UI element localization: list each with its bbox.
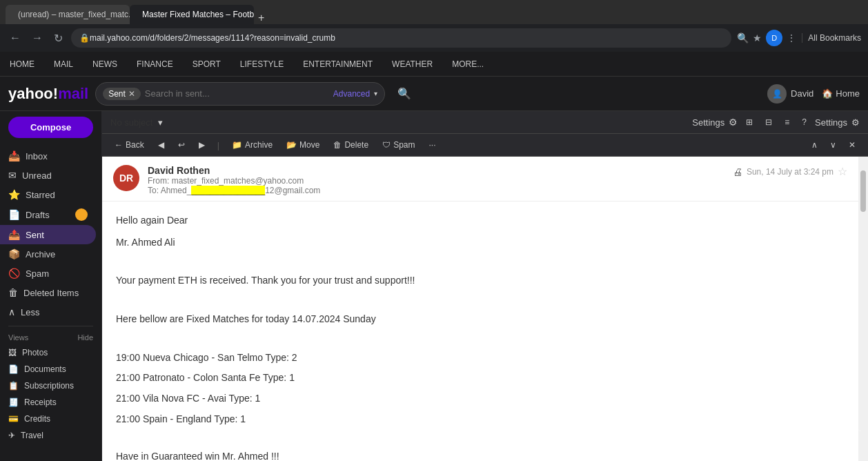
main-content: Compose 📥 Inbox ✉ Unread ⭐ Starred 📄 Dra… bbox=[0, 111, 868, 461]
sidebar-item-documents[interactable]: 📄 Documents bbox=[0, 361, 101, 377]
subscriptions-label: Subscriptions bbox=[24, 381, 74, 391]
nav-lifestyle[interactable]: LIFESTYLE bbox=[237, 59, 286, 69]
sidebar-item-archive[interactable]: 📦 Archive bbox=[0, 244, 96, 264]
compose-button[interactable]: Compose bbox=[8, 117, 93, 138]
yahoo-mail-header: yahoo!mail Sent ✕ Advanced ▾ 🔍 👤 David 🏠… bbox=[0, 77, 868, 111]
unread-icon: ✉ bbox=[8, 170, 17, 181]
browser-actions: 🔍 ★ D ⋮ bbox=[737, 30, 796, 46]
toolbar-separator-1: | bbox=[217, 140, 219, 150]
move-button[interactable]: 📂 Move bbox=[282, 138, 324, 152]
less-icon: ∧ bbox=[8, 306, 15, 317]
bookmark-button[interactable]: ★ bbox=[753, 32, 762, 43]
sidebar: Compose 📥 Inbox ✉ Unread ⭐ Starred 📄 Dra… bbox=[0, 111, 102, 461]
star-button[interactable]: ☆ bbox=[838, 165, 847, 178]
spam-button[interactable]: 🛡 Spam bbox=[378, 138, 419, 152]
nav-home[interactable]: HOME bbox=[7, 59, 37, 69]
search-sent-tag[interactable]: Sent ✕ bbox=[103, 88, 141, 100]
back-button[interactable]: ← Back bbox=[110, 138, 148, 152]
reply-button[interactable]: ↩ bbox=[174, 138, 189, 152]
sidebar-item-receipts[interactable]: 🧾 Receipts bbox=[0, 394, 101, 411]
delete-button[interactable]: 🗑 Delete bbox=[329, 138, 373, 152]
sender-email: From: master_fixed_matches@yahoo.com bbox=[148, 176, 724, 186]
email-toolbar: ← Back ◀ ↩ ▶ | 📁 Archive 📂 bbox=[102, 134, 868, 157]
tab-bar: (unread) – master_fixed_matc... ✕ Master… bbox=[6, 0, 268, 24]
yahoo-mail-app: yahoo!mail Sent ✕ Advanced ▾ 🔍 👤 David 🏠… bbox=[0, 77, 868, 461]
sidebar-item-deleted[interactable]: 🗑 Deleted Items bbox=[0, 283, 96, 302]
address-bar[interactable]: 🔒 mail.yahoo.com/d/folders/2/messages/11… bbox=[71, 28, 731, 48]
new-tab-button[interactable]: + bbox=[254, 12, 268, 24]
browser-chrome: (unread) – master_fixed_matc... ✕ Master… bbox=[0, 0, 868, 24]
search-extension-button[interactable]: 🔍 bbox=[737, 32, 749, 43]
search-bar: Sent ✕ Advanced ▾ bbox=[95, 82, 385, 106]
settings-gear-icon[interactable]: ⚙ bbox=[729, 117, 738, 128]
folder-dropdown-arrow[interactable]: ▾ bbox=[158, 117, 163, 128]
search-advanced-button[interactable]: Advanced bbox=[333, 89, 370, 99]
browser-menu-button[interactable]: ⋮ bbox=[787, 32, 796, 43]
close-email-button[interactable]: ✕ bbox=[845, 138, 860, 152]
search-input[interactable] bbox=[145, 88, 329, 99]
deleted-icon: 🗑 bbox=[8, 287, 18, 298]
sidebar-item-photos[interactable]: 🖼 Photos bbox=[0, 344, 101, 361]
more-button[interactable]: ··· bbox=[424, 138, 440, 152]
sidebar-sent-label: Sent bbox=[26, 230, 44, 240]
grid-view-button[interactable]: ⊞ bbox=[742, 115, 757, 129]
tab-2-label: Master Fixed Matches – Footba... bbox=[142, 10, 254, 19]
browser-profile-avatar[interactable]: D bbox=[766, 30, 782, 46]
email-date: 🖨 Sun, 14 July at 3:24 pm ☆ bbox=[733, 165, 847, 178]
advanced-arrow[interactable]: ▾ bbox=[374, 90, 377, 97]
expand-down-button[interactable]: ∨ bbox=[826, 138, 840, 152]
search-tag-remove[interactable]: ✕ bbox=[128, 89, 135, 99]
nav-weather[interactable]: WEATHER bbox=[389, 59, 435, 69]
header-right: 👤 David 🏠 Home bbox=[767, 84, 860, 104]
sidebar-item-travel[interactable]: ✈ Travel bbox=[0, 427, 101, 444]
sidebar-item-inbox[interactable]: 📥 Inbox bbox=[0, 146, 96, 166]
sidebar-item-unread[interactable]: ✉ Unread bbox=[0, 166, 96, 185]
travel-label: Travel bbox=[21, 431, 43, 440]
sidebar-item-credits[interactable]: 💳 Credits bbox=[0, 411, 101, 427]
tab-1[interactable]: (unread) – master_fixed_matc... ✕ bbox=[6, 5, 130, 24]
credits-label: Credits bbox=[24, 414, 50, 424]
nav-news[interactable]: NEWS bbox=[90, 59, 120, 69]
tab-1-label: (unread) – master_fixed_matc... bbox=[18, 10, 130, 19]
expand-up-button[interactable]: ∧ bbox=[807, 138, 822, 152]
back-nav-button[interactable]: ← bbox=[7, 29, 23, 47]
sidebar-item-sent[interactable]: 📤 Sent bbox=[0, 225, 96, 244]
yahoo-nav-bar: HOME MAIL NEWS FINANCE SPORT LIFESTYLE E… bbox=[0, 52, 868, 77]
next-email-button[interactable]: ▶ bbox=[195, 138, 209, 152]
sidebar-item-spam[interactable]: 🚫 Spam bbox=[0, 264, 96, 283]
sent-icon: 📤 bbox=[8, 229, 20, 240]
toolbar-right-nav: ∧ ∨ ✕ bbox=[807, 138, 860, 152]
nav-sport[interactable]: SPORT bbox=[190, 59, 224, 69]
sidebar-item-subscriptions[interactable]: 📋 Subscriptions bbox=[0, 377, 101, 394]
settings-gear-icon-2[interactable]: ⚙ bbox=[851, 117, 860, 128]
help-button[interactable]: ? bbox=[798, 115, 811, 129]
nav-finance[interactable]: FINANCE bbox=[134, 59, 176, 69]
receipts-label: Receipts bbox=[24, 398, 57, 407]
archive-button[interactable]: 📁 Archive bbox=[228, 138, 277, 152]
search-submit-button[interactable]: 🔍 bbox=[392, 84, 417, 103]
nav-mail[interactable]: MAIL bbox=[51, 59, 76, 69]
sidebar-item-drafts[interactable]: 📄 Drafts bbox=[0, 204, 96, 225]
yahoo-logo-text: yahoo!mail bbox=[8, 85, 88, 102]
sidebar-item-less[interactable]: ∧ Less bbox=[0, 302, 96, 322]
print-button[interactable]: 🖨 bbox=[733, 166, 742, 177]
sidebar-views-section[interactable]: Views Hide bbox=[0, 331, 101, 344]
preview-button[interactable]: ≡ bbox=[780, 115, 793, 129]
home-button[interactable]: 🏠 Home bbox=[822, 88, 860, 99]
sidebar-item-starred[interactable]: ⭐ Starred bbox=[0, 185, 96, 204]
yahoo-logo[interactable]: yahoo!mail bbox=[8, 85, 88, 103]
nav-entertainment[interactable]: ENTERTAINMENT bbox=[300, 59, 375, 69]
nav-more[interactable]: MORE... bbox=[449, 59, 486, 69]
prev-email-button[interactable]: ◀ bbox=[154, 138, 168, 152]
scrollbar-thumb[interactable] bbox=[860, 170, 866, 212]
date-text: Sun, 14 July at 3:24 pm bbox=[747, 167, 834, 177]
prev-icon: ◀ bbox=[158, 140, 164, 150]
list-view-button[interactable]: ⊟ bbox=[761, 115, 776, 129]
reload-nav-button[interactable]: ↻ bbox=[51, 29, 66, 48]
forward-nav-button[interactable]: → bbox=[29, 29, 46, 47]
sidebar-spam-label: Spam bbox=[26, 268, 49, 279]
user-avatar[interactable]: 👤 bbox=[767, 84, 787, 104]
inbox-icon: 📥 bbox=[8, 150, 20, 161]
tab-2[interactable]: Master Fixed Matches – Footba... ✕ bbox=[130, 5, 254, 24]
avatar-initials: DR bbox=[119, 173, 133, 184]
